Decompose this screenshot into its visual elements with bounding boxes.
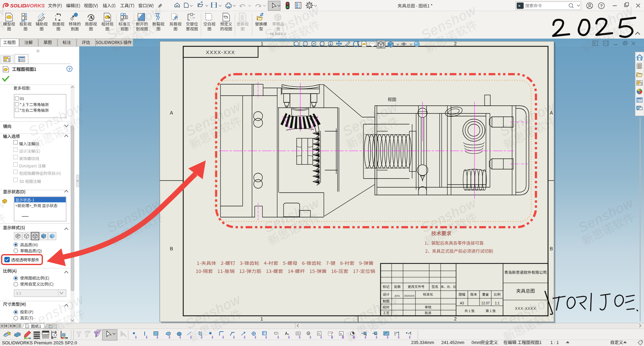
- svg-text:A: A: [318, 332, 320, 335]
- svg-text:2: 2: [454, 41, 457, 46]
- svg-text:B: B: [170, 246, 173, 251]
- svg-text:SOLID: SOLID: [10, 3, 26, 8]
- svg-text:A3: A3: [460, 301, 464, 305]
- svg-text:12.07: 12.07: [481, 301, 490, 305]
- svg-text:0mm: 0mm: [472, 340, 481, 345]
- svg-text:1:1: 1:1: [495, 301, 500, 305]
- svg-text:241.452mm: 241.452mm: [441, 340, 464, 345]
- svg-text:A: A: [340, 332, 342, 335]
- svg-text:2: 2: [454, 316, 457, 322]
- svg-text:B: B: [550, 246, 553, 251]
- svg-text:XXX-XXXX: XXX-XXXX: [515, 306, 536, 310]
- svg-text:A: A: [170, 110, 173, 115]
- svg-text:2020/2/3: 2020/2/3: [404, 294, 415, 297]
- svg-text:1: 1: [260, 316, 263, 322]
- svg-text:03: 03: [297, 332, 299, 335]
- svg-text:1: 1: [261, 41, 263, 46]
- svg-text:Senshow: Senshow: [419, 2, 479, 43]
- svg-text:WORKS: WORKS: [25, 3, 45, 8]
- svg-text:SOLIDWORKS Premium 2025 SP2.0: SOLIDWORKS Premium 2025 SP2.0: [2, 340, 77, 345]
- svg-text:?: ?: [600, 4, 603, 8]
- svg-text:XXXX-XXX: XXXX-XXX: [206, 49, 235, 55]
- svg-text:1:1: 1:1: [16, 291, 21, 295]
- svg-text:>: >: [518, 4, 520, 8]
- svg-text:HLR/HLV: HLR/HLV: [270, 32, 286, 36]
- svg-text:A: A: [89, 15, 93, 20]
- svg-text:235.334mm: 235.334mm: [411, 340, 434, 345]
- svg-text:N: N: [308, 332, 309, 335]
- svg-text:01: 01: [20, 97, 24, 101]
- svg-text:Senshow: Senshow: [576, 195, 636, 235]
- svg-text:1 : 1: 1 : 1: [550, 340, 559, 345]
- svg-text:?: ?: [68, 67, 70, 71]
- svg-text:JOG.: JOG.: [394, 294, 401, 297]
